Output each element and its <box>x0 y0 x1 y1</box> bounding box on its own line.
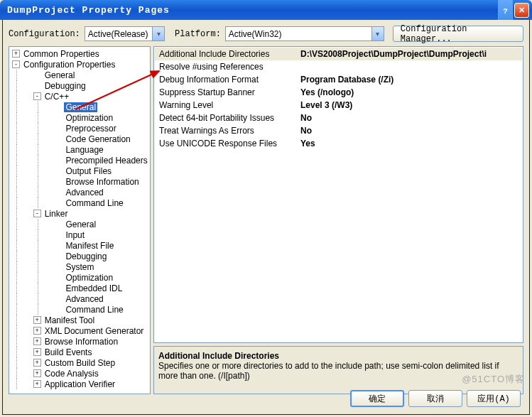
tree-node[interactable]: General <box>9 102 150 112</box>
tree-label[interactable]: Embedded IDL <box>64 283 124 293</box>
tree-label[interactable]: Command Line <box>64 198 124 208</box>
chevron-down-icon[interactable] <box>152 27 164 40</box>
property-row[interactable]: Additional Include DirectoriesD:\VS2008P… <box>155 48 522 60</box>
tree-label[interactable]: Build Events <box>43 347 94 357</box>
expand-icon[interactable]: + <box>33 316 41 324</box>
tree-node[interactable]: Advanced <box>9 293 150 304</box>
tree-label[interactable]: Advanced <box>64 188 104 197</box>
collapse-icon[interactable]: - <box>33 92 41 100</box>
property-value[interactable]: Program Database (/Zi) <box>300 75 522 85</box>
tree-node[interactable]: Output Files <box>9 166 150 176</box>
tree-node[interactable]: Preprocessor <box>9 123 150 134</box>
tree-node[interactable]: +Manifest Tool <box>9 315 150 325</box>
tree-label[interactable]: General <box>64 220 97 229</box>
tree-label[interactable]: Code Generation <box>64 134 131 144</box>
ok-button[interactable]: 确定 <box>350 390 404 407</box>
tree-node[interactable]: Optimization <box>9 112 150 123</box>
expand-icon[interactable]: + <box>33 337 41 345</box>
tree-node[interactable]: Command Line <box>9 304 150 315</box>
property-value[interactable]: Yes (/nologo) <box>300 87 522 97</box>
tree-node[interactable]: Code Generation <box>9 134 150 144</box>
tree-node[interactable]: General <box>9 70 150 80</box>
tree-label[interactable]: XML Document Generator <box>43 326 146 336</box>
tree-label[interactable]: Browse Information <box>64 177 140 187</box>
tree-node[interactable]: -Configuration Properties <box>9 59 150 70</box>
tree-node[interactable]: +Custom Build Step <box>9 357 150 368</box>
property-row[interactable]: Use UNICODE Response FilesYes <box>155 137 522 150</box>
property-value[interactable]: No <box>300 113 522 123</box>
property-value[interactable]: D:\VS2008Project\DumpProject\DumpProject… <box>300 49 522 59</box>
tree-label[interactable]: Preprocessor <box>64 124 117 134</box>
chevron-down-icon[interactable] <box>371 27 384 40</box>
tree-label[interactable]: General <box>43 70 77 80</box>
configuration-manager-button[interactable]: Configuration Manager... <box>393 26 523 42</box>
tree-node[interactable]: System <box>9 261 150 272</box>
tree-label[interactable]: Custom Build Step <box>43 358 116 368</box>
collapse-icon[interactable]: - <box>33 210 41 217</box>
tree-node[interactable]: Debugging <box>9 80 150 91</box>
expand-icon[interactable]: + <box>33 359 41 367</box>
tree-node[interactable]: Browse Information <box>9 176 150 187</box>
cancel-button[interactable]: 取消 <box>408 390 462 407</box>
tree-node[interactable]: -C/C++ <box>9 91 150 102</box>
expand-icon[interactable]: + <box>33 348 41 356</box>
tree-node[interactable]: +Application Verifier <box>9 379 150 389</box>
tree-label[interactable]: Linker <box>43 209 70 219</box>
tree-node[interactable]: Optimization <box>9 272 150 283</box>
tree-label[interactable]: Debugging <box>64 251 108 261</box>
property-grid[interactable]: Additional Include DirectoriesD:\VS2008P… <box>153 46 523 343</box>
tree-label[interactable]: Browse Information <box>43 337 119 347</box>
property-row[interactable]: Debug Information FormatProgram Database… <box>155 73 522 86</box>
property-row[interactable]: Suppress Startup BannerYes (/nologo) <box>155 86 522 99</box>
platform-combo[interactable]: Active(Win32) <box>225 26 384 41</box>
property-value[interactable]: Yes <box>300 139 522 148</box>
tree-label[interactable]: Optimization <box>64 273 114 283</box>
tree-node[interactable]: Input <box>9 229 150 240</box>
tree-node[interactable]: Advanced <box>9 187 150 197</box>
tree-label[interactable]: General <box>64 102 97 112</box>
property-value[interactable]: Level 3 (/W3) <box>300 100 522 110</box>
tree-label[interactable]: C/C++ <box>43 92 71 102</box>
tree-node[interactable]: Language <box>9 144 150 155</box>
expand-icon[interactable]: + <box>33 327 41 335</box>
tree-node[interactable]: Debugging <box>9 251 150 261</box>
tree-label[interactable]: Command Line <box>64 305 124 315</box>
tree-label[interactable]: System <box>64 262 95 272</box>
tree-node[interactable]: +XML Document Generator <box>9 325 150 336</box>
tree-label[interactable]: Manifest File <box>64 241 115 251</box>
tree-label[interactable]: Common Properties <box>22 49 101 59</box>
tree-node[interactable]: Embedded IDL <box>9 283 150 293</box>
tree-label[interactable]: Debugging <box>43 81 87 91</box>
tree-label[interactable]: Configuration Properties <box>22 60 116 70</box>
property-tree[interactable]: +Common Properties-Configuration Propert… <box>9 46 151 394</box>
tree-label[interactable]: Input <box>64 230 86 240</box>
configuration-combo[interactable]: Active(Release) <box>85 26 165 41</box>
tree-label[interactable]: Code Analysis <box>43 369 100 379</box>
expand-icon[interactable]: + <box>33 369 41 377</box>
tree-node[interactable]: Manifest File <box>9 240 150 251</box>
collapse-icon[interactable]: - <box>12 60 20 68</box>
apply-button[interactable]: 应用(A) <box>467 390 521 407</box>
property-row[interactable]: Resolve #using References <box>155 60 522 73</box>
tree-label[interactable]: Optimization <box>64 113 114 123</box>
close-button[interactable]: ✕ <box>514 3 529 18</box>
tree-label[interactable]: Language <box>64 145 104 155</box>
tree-label[interactable]: Application Verifier <box>43 379 116 389</box>
tree-node[interactable]: +Build Events <box>9 347 150 357</box>
tree-node[interactable]: +Browse Information <box>9 336 150 347</box>
property-value[interactable]: No <box>300 126 522 136</box>
tree-node[interactable]: -Linker <box>9 208 150 219</box>
tree-label[interactable]: Advanced <box>64 294 104 304</box>
tree-label[interactable]: Manifest Tool <box>43 315 96 325</box>
property-row[interactable]: Treat Warnings As ErrorsNo <box>155 124 522 137</box>
tree-label[interactable]: Output Files <box>64 166 113 176</box>
tree-node[interactable]: Command Line <box>9 197 150 208</box>
tree-node[interactable]: Precompiled Headers <box>9 155 150 166</box>
property-row[interactable]: Detect 64-bit Portability IssuesNo <box>155 112 522 124</box>
expand-icon[interactable]: + <box>12 50 20 58</box>
tree-node[interactable]: +Code Analysis <box>9 368 150 379</box>
tree-node[interactable]: +Common Properties <box>9 48 150 59</box>
property-row[interactable]: Warning LevelLevel 3 (/W3) <box>155 99 522 112</box>
expand-icon[interactable]: + <box>33 380 41 388</box>
tree-node[interactable]: General <box>9 219 150 229</box>
